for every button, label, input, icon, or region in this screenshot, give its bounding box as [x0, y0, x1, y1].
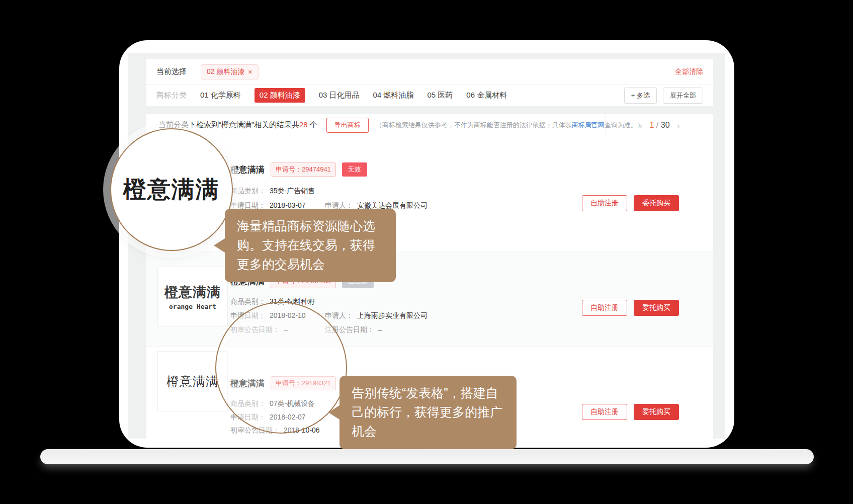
magnifier-circle-1: 橙意满满: [110, 128, 233, 251]
entrust-buy-button[interactable]: 委托购买: [634, 404, 679, 420]
pagination: ‹ 1 / 30 ›: [606, 114, 713, 136]
results-summary: 当前分类下检索到“橙意满满”相关的结果共28 个: [158, 120, 317, 130]
callout-tooltip-1: 海量精品商标资源随心选购。支持在线交易，获得更多的交易机会: [225, 209, 396, 282]
self-register-button[interactable]: 自助注册: [582, 300, 627, 316]
export-trademarks-button[interactable]: 导出商标: [326, 118, 369, 133]
field-value: 上海雨步实业有限公司: [357, 311, 428, 319]
category-row-label: 商标分类: [156, 91, 187, 100]
tab-category-04[interactable]: 04 燃料油脂: [373, 91, 414, 100]
trademark-thumbnail: 橙意满满 orange Heart: [157, 267, 228, 327]
filter-panel: 当前选择 02 颜料油漆 × 全部清除 商标分类 01 化学原料 02 颜料油漆…: [146, 59, 713, 106]
current-selection-row: 当前选择 02 颜料油漆 × 全部清除: [146, 59, 713, 85]
category-row: 商标分类 01 化学原料 02 颜料油漆 03 日化用品 04 燃料油脂 05 …: [146, 85, 713, 106]
self-register-button[interactable]: 自助注册: [582, 404, 627, 420]
trademark-name: 橙意满满: [230, 164, 265, 176]
application-number-tag: 申请号：29474941: [271, 162, 336, 177]
field-label: 商品类别：: [230, 297, 266, 305]
tab-category-03[interactable]: 03 日化用品: [319, 91, 360, 100]
close-icon[interactable]: ×: [248, 68, 252, 75]
results-summary-suffix: 个: [308, 120, 317, 129]
selected-filter-chip-label: 02 颜料油漆: [207, 67, 244, 76]
applicant-field: 申请人：上海雨步实业有限公司: [325, 311, 428, 320]
row-actions: 自助注册 委托购买: [582, 300, 679, 316]
field-label: 申请人：: [325, 311, 353, 319]
thumbnail-mark-subtext: orange Heart: [169, 303, 216, 310]
entrust-buy-button[interactable]: 委托购买: [634, 300, 679, 316]
next-page-icon[interactable]: ›: [677, 121, 680, 130]
current-page: 1: [649, 121, 654, 129]
trademark-office-link[interactable]: 商标局官网: [572, 121, 605, 129]
field-label: 商品类别：: [230, 187, 266, 195]
tab-category-06[interactable]: 06 金属材料: [466, 91, 507, 100]
expand-all-button[interactable]: 展开全部: [663, 88, 703, 104]
tab-category-02-active[interactable]: 02 颜料油漆: [254, 88, 305, 103]
self-register-button[interactable]: 自助注册: [582, 195, 627, 211]
page-separator: /: [656, 121, 658, 129]
field-label: 申请日期：: [230, 201, 266, 209]
multi-select-button[interactable]: + 多选: [624, 88, 657, 104]
category-tabs: 01 化学原料 02 颜料油漆 03 日化用品 04 燃料油脂 05 医药 06…: [200, 88, 507, 103]
tab-category-01[interactable]: 01 化学原料: [200, 91, 241, 100]
thumbnail-mark-text: 橙意满满: [164, 283, 221, 301]
field-label: 申请人：: [325, 201, 353, 209]
application-number-value: 29474941: [302, 165, 331, 173]
results-header: 当前分类下检索到“橙意满满”相关的结果共28 个 导出商标 （商标检索结果仅供参…: [146, 114, 713, 136]
disclaimer-prefix: （商标检索结果仅供参考，不作为商标能否注册的法律依据；具体以: [376, 121, 572, 129]
row-actions: 自助注册 委托购买: [582, 195, 679, 211]
callout-tooltip-2: 告别传统“发表格”，搭建自己的标行，获得更多的推广机会: [339, 376, 517, 449]
field-value: 35类-广告销售: [270, 187, 315, 195]
tab-category-05[interactable]: 05 医药: [427, 91, 453, 100]
status-badge: 无效: [342, 162, 367, 177]
results-count: 28: [299, 120, 308, 129]
total-pages: 30: [661, 121, 670, 129]
category-field: 商品类别：35类-广告销售: [230, 187, 315, 196]
results-summary-prefix: 当前分类下检索到“橙意满满”相关的结果共: [158, 120, 299, 129]
thumbnail-mark-text: 橙意满满: [166, 373, 219, 390]
prev-page-icon[interactable]: ‹: [639, 121, 642, 130]
clear-all-button[interactable]: 全部清除: [675, 67, 703, 76]
field-value: –: [378, 325, 382, 333]
page-indicator: 1 / 30: [649, 121, 669, 130]
field-value: 2018-03-07: [270, 201, 306, 209]
row-actions: 自助注册 委托购买: [582, 404, 679, 420]
results-disclaimer: （商标检索结果仅供参考，不作为商标能否注册的法律依据；具体以商标局官网查询为准。…: [376, 121, 644, 130]
magnifier-circle-2: [215, 302, 347, 434]
row-title-line: 橙意满满 申请号：29474941 无效: [230, 162, 367, 177]
entrust-buy-button[interactable]: 委托购买: [634, 195, 679, 211]
magnified-trademark-text: 橙意满满: [123, 174, 220, 205]
current-selection-label: 当前选择: [156, 67, 187, 76]
category-tools: + 多选 展开全部: [624, 88, 703, 104]
marketing-mockup-stage: 当前选择 02 颜料油漆 × 全部清除 商标分类 01 化学原料 02 颜料油漆…: [0, 0, 853, 504]
application-number-label: 申请号：: [276, 165, 302, 173]
laptop-base: [40, 449, 814, 464]
field-value: 安徽美达会展有限公司: [357, 201, 428, 209]
selected-filter-chip[interactable]: 02 颜料油漆 ×: [201, 64, 259, 79]
